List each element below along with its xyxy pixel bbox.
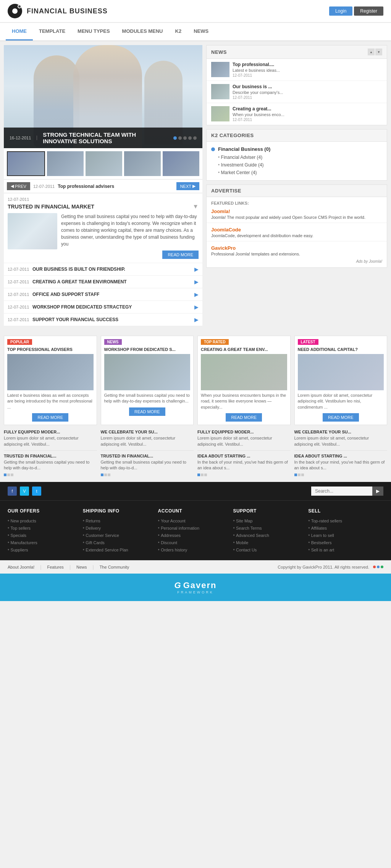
thumb-4[interactable]: [124, 151, 161, 176]
k2-dot-icon: [211, 147, 215, 151]
next-button[interactable]: NEXT ▶: [176, 182, 199, 190]
adv-link-joomla[interactable]: Joomla!: [207, 207, 387, 215]
news-desc-2: Describe your company's...: [233, 90, 283, 95]
thumb-3[interactable]: [86, 151, 122, 176]
news-title-3[interactable]: Creating a great...: [233, 106, 284, 112]
vimeo-icon[interactable]: V: [20, 487, 29, 496]
dot-5[interactable]: [193, 136, 197, 140]
footer-about-joomla[interactable]: About Joomla!: [8, 565, 34, 569]
footer-link-bestsellers[interactable]: • Bestsellers: [308, 540, 383, 545]
prev-button[interactable]: ◀ PREV: [7, 182, 30, 190]
featured-article: 12-07-2011 TRUSTED IN FINANCIAL MARKET ▼…: [4, 193, 202, 263]
featured-title: TRUSTED IN FINANCIAL MARKET ▼: [8, 203, 199, 210]
news-content-2: Our business is ... Describe your compan…: [233, 84, 283, 100]
nav-template[interactable]: TEMPLATE: [33, 23, 71, 39]
card-2-read-more[interactable]: READ MORE: [129, 407, 165, 416]
logo: FINANCIAL BUSINESS: [8, 4, 108, 18]
facebook-icon[interactable]: f: [8, 487, 17, 496]
news-desc-1: Latest e business ideas...: [233, 68, 280, 73]
thumb-5[interactable]: [163, 151, 199, 176]
footer-link-top-sellers[interactable]: • Top sellers: [8, 525, 83, 531]
footer-link-personal-info[interactable]: • Personal information: [158, 525, 233, 531]
twitter-icon[interactable]: t: [32, 487, 41, 496]
card-4-read-more[interactable]: READ MORE: [323, 413, 359, 422]
footer-features[interactable]: Features: [47, 565, 63, 569]
article-arrow-4[interactable]: ▶: [194, 304, 199, 310]
sec-dots-1: [4, 474, 97, 476]
nav-news[interactable]: NEWS: [187, 23, 215, 39]
footer-link-service-plan[interactable]: • Extended Service Plan: [83, 547, 158, 553]
footer-link-your-account[interactable]: • Your Account: [158, 518, 233, 524]
nav-modules-menu[interactable]: MODULES MENU: [116, 23, 169, 39]
footer-link-discount[interactable]: • Discount: [158, 540, 233, 545]
footer-link-affiliates[interactable]: • Affiliates: [308, 525, 383, 531]
nav-k2[interactable]: K2: [169, 23, 188, 39]
sec-col-3: FULLY EQUIPPED MODER... Lorem ipsum dolo…: [197, 430, 291, 476]
news-desc-3: When your business enco...: [233, 112, 284, 117]
news-down-button[interactable]: ▼: [375, 48, 382, 55]
footer-link-orders[interactable]: • Orders history: [158, 547, 233, 553]
register-button[interactable]: Register: [354, 6, 383, 16]
card-3-read-more[interactable]: READ MORE: [226, 413, 262, 422]
dot-3[interactable]: [183, 136, 187, 140]
sec-desc-1a: Lorem ipsum dolor sit amet, consectetur …: [4, 435, 97, 447]
news-title-2[interactable]: Our business is ...: [233, 84, 283, 89]
card-1: POPULAR TOP PROFESSIONAL ADVISERS Latest…: [4, 336, 97, 425]
card-1-title: TOP PROFESSIONAL ADVISERS: [7, 347, 94, 352]
adv-desc-joomla: Joomla! The most popular and widely used…: [207, 215, 387, 223]
footer-link-top-sellers[interactable]: • Top-rated sellers: [308, 518, 383, 524]
footer-link-contact[interactable]: • Contact Us: [233, 547, 308, 553]
footer-link-delivery[interactable]: • Delivery: [83, 525, 158, 531]
collapse-icon[interactable]: ▼: [192, 203, 199, 210]
footer-color-dots: [373, 566, 383, 568]
sec-title-3b: IDEA ABOUT STARTING ...: [197, 454, 291, 458]
nav-menu-types[interactable]: MENU TYPES: [71, 23, 116, 39]
footer-link-addresses[interactable]: • Addresses: [158, 533, 233, 538]
article-arrow-1[interactable]: ▶: [194, 266, 199, 272]
left-column: 16-12-2011 STRONG TECHNICAL TEAM WITH IN…: [4, 45, 202, 326]
footer-link-learn-sell[interactable]: • Learn to sell: [308, 533, 383, 538]
news-item-3: Creating a great... When your business e…: [207, 103, 387, 125]
k2-sub-1: • Financial Adviser (4): [207, 154, 387, 161]
footer-news[interactable]: News: [76, 565, 87, 569]
read-more-button[interactable]: READ MORE: [162, 251, 199, 259]
nav-home[interactable]: HOME: [6, 23, 33, 40]
footer-link-suppliers[interactable]: • Suppliers: [8, 547, 83, 553]
footer-link-sell-art[interactable]: • Sell is an art: [308, 547, 383, 553]
footer-col-account: ACCOUNT • Your Account • Personal inform…: [158, 508, 233, 554]
card-4-inner: LATEST NEED ADDITIONAL CAPITAL? Lorem ip…: [295, 336, 387, 425]
adv-link-gavickpro[interactable]: GavickPro: [207, 244, 387, 252]
footer-link-advanced-search[interactable]: • Advanced Search: [233, 533, 308, 538]
article-arrow-2[interactable]: ▶: [194, 279, 199, 285]
login-button[interactable]: Login: [329, 6, 352, 16]
dot-2[interactable]: [178, 136, 182, 140]
dot-4[interactable]: [188, 136, 192, 140]
article-title-3: OFFICE AND SUPPORT STAFF: [32, 292, 194, 297]
news-up-button[interactable]: ▲: [368, 48, 375, 55]
footer-community[interactable]: The Community: [100, 565, 129, 569]
news-title-1[interactable]: Top professional....: [233, 62, 280, 67]
adv-link-joomlacode[interactable]: JoomlaCode: [207, 225, 387, 233]
footer-link-sitemap[interactable]: • Site Map: [233, 518, 308, 524]
footer-link-search-terms[interactable]: • Search Terms: [233, 525, 308, 531]
card-4-title: NEED ADDITIONAL CAPITAL?: [298, 347, 384, 352]
footer-link-mobile[interactable]: • Mobile: [233, 540, 308, 545]
footer-link-manufacturers[interactable]: • Manufacturers: [8, 540, 83, 545]
footer-link-customer-service[interactable]: • Customer Service: [83, 533, 158, 538]
footer-search-button[interactable]: ▶: [372, 487, 383, 496]
footer-link-new-products[interactable]: • New products: [8, 518, 83, 524]
badge-news: NEWS: [104, 339, 122, 345]
footer-columns: OUR OFFERS • New products • Top sellers …: [0, 501, 391, 560]
footer-link-returns[interactable]: • Returns: [83, 518, 158, 524]
article-arrow-5[interactable]: ▶: [194, 317, 199, 323]
header-buttons: Login Register: [329, 6, 383, 16]
dot-1[interactable]: [173, 136, 177, 140]
article-arrow-3[interactable]: ▶: [194, 291, 199, 297]
footer-link-gift-cards[interactable]: • Gift Cards: [83, 540, 158, 545]
footer-link-specials[interactable]: • Specials: [8, 533, 83, 538]
card-1-desc: Latest e business ideas as well as conce…: [7, 393, 94, 410]
thumb-2[interactable]: [47, 151, 84, 176]
thumb-1[interactable]: [7, 151, 45, 176]
card-1-read-more[interactable]: READ MORE: [32, 413, 68, 422]
footer-search-input[interactable]: [311, 487, 372, 496]
